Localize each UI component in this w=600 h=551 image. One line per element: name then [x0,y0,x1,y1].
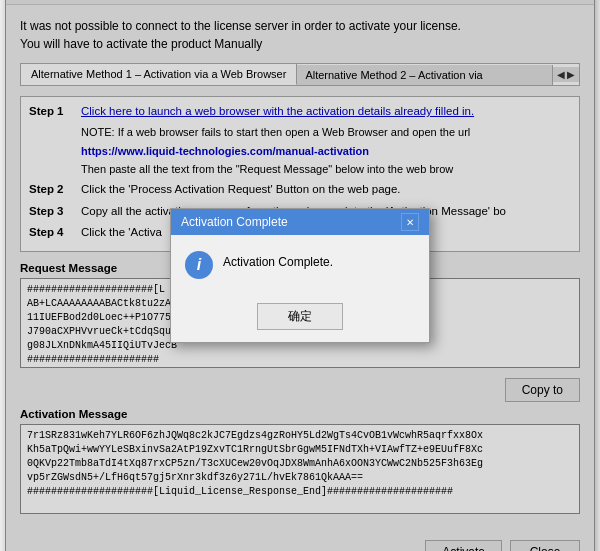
dialog-box: Activation Complete ✕ i Activation Compl… [170,208,430,343]
dialog-close-button[interactable]: ✕ [401,213,419,231]
dialog-message: Activation Complete. [223,251,333,269]
info-icon: i [185,251,213,279]
dialog-overlay: Activation Complete ✕ i Activation Compl… [5,0,595,551]
dialog-content: i Activation Complete. [171,235,429,295]
dialog-footer: 确定 [171,295,429,342]
dialog-ok-button[interactable]: 确定 [257,303,343,330]
dialog-title-bar: Activation Complete ✕ [171,209,429,235]
dialog-title: Activation Complete [181,215,288,229]
